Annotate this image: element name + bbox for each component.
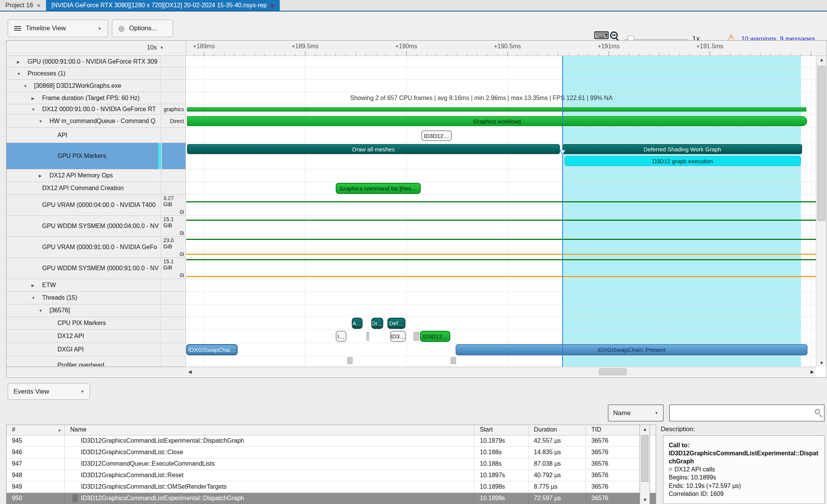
track-hw-command-queue[interactable]: Graphics workload <box>186 115 816 128</box>
timeline-row-etw[interactable]: ▶ETW <box>7 279 816 292</box>
tree-cell-process-30868[interactable]: ▼[30868] D3D12WorkGraphs.exe <box>7 80 161 92</box>
timeline-event-mark[interactable] <box>186 220 816 221</box>
track-etw[interactable] <box>186 279 816 292</box>
timeline-event-bar[interactable]: IDXGISwapChain::Present <box>456 344 807 355</box>
chevron-down-icon[interactable]: ▼ <box>160 46 164 50</box>
track-gpu-pix-markers[interactable]: Draw all meshesDeferred Shading Work Gra… <box>186 143 816 169</box>
track-dx12-memory-ops[interactable] <box>186 169 816 182</box>
close-icon[interactable]: × <box>271 2 274 9</box>
timeline-event-mark[interactable] <box>186 259 816 260</box>
tree-cell-hw-command-queue[interactable]: ▼HW m_commandQueue - Command Q <box>7 115 161 128</box>
timeline-event-mark[interactable] <box>451 357 456 364</box>
timeline-row-process-30868[interactable]: ▼[30868] D3D12WorkGraphs.exe <box>7 80 816 92</box>
timeline-row-gpu-wddm-sysmem-t400[interactable]: GPU WDDM SYSMEM (0000:04:00.0 - NV15.1 G… <box>7 216 816 237</box>
tree-cell-dxgi-api[interactable]: DXGI API <box>7 343 161 356</box>
timeline-row-gpu-vram-t400[interactable]: GPU VRAM (0000:04:00.0 - NVIDIA T4003.27… <box>7 195 816 216</box>
collapse-arrow-icon[interactable]: ▼ <box>23 84 27 88</box>
event-row[interactable]: 949ID3D12GraphicsCommandList::OMSetRende… <box>7 481 656 493</box>
timeline-row-frame-duration[interactable]: ▶Frame duration (Target FPS: 60 Hz)Showi… <box>7 92 816 104</box>
filter-field-dropdown[interactable]: Name ▼ <box>608 404 664 422</box>
track-api[interactable]: ID3D12… <box>186 128 816 143</box>
timeline-event-mark[interactable] <box>186 254 816 255</box>
timeline-event-bar[interactable]: IDXGISwapChai… <box>186 344 238 355</box>
timeline-horizontal-scrollbar[interactable]: ◀ ▶ <box>186 367 816 376</box>
timeline-event-bar[interactable]: I… <box>336 331 346 342</box>
options-button[interactable]: ◎ Options... <box>112 20 173 37</box>
collapse-arrow-icon[interactable]: ▼ <box>39 119 43 123</box>
timeline-row-cpu-pix-markers[interactable]: CPU PIX MarkersA…Dr…Def… <box>7 317 816 330</box>
expand-arrow-icon[interactable]: ▶ <box>31 283 34 287</box>
tree-cell-etw[interactable]: ▶ETW <box>7 279 161 292</box>
tree-cell-gpu-root[interactable]: ▶GPU (0000:91:00.0 - NVIDIA GeForce RTX … <box>7 56 161 67</box>
timeline-view-dropdown[interactable]: Timeline View ▼ <box>8 20 108 37</box>
track-gpu-root[interactable] <box>186 56 816 67</box>
timeline-event-mark[interactable] <box>366 332 369 341</box>
track-gpu-vram-t400[interactable] <box>186 195 816 216</box>
tree-cell-threads[interactable]: ▼Threads (15) <box>7 292 161 304</box>
collapse-arrow-icon[interactable]: ▼ <box>17 71 21 76</box>
tree-cell-gpu-wddm-sysmem-3090[interactable]: GPU WDDM SYSMEM (0000:91:00.0 - NV <box>7 258 161 279</box>
column-header-num[interactable]: #▲ <box>7 425 65 435</box>
track-cpu-pix-markers[interactable]: A…Dr…Def… <box>186 317 816 330</box>
column-header-name[interactable]: Name <box>65 425 474 435</box>
timeline-row-gpu-wddm-sysmem-3090[interactable]: GPU WDDM SYSMEM (0000:91:00.0 - NV15.1 G… <box>7 258 816 279</box>
timeline-event-bar[interactable]: D3D12 graph execution <box>564 156 801 166</box>
track-process-30868[interactable] <box>186 80 816 92</box>
scroll-down-icon[interactable]: ▼ <box>819 360 824 366</box>
track-dx12-device[interactable] <box>186 104 816 115</box>
track-dx12-command-creation[interactable]: Graphics command list [Res… <box>186 182 816 195</box>
track-profiler-overhead[interactable] <box>186 356 816 367</box>
track-thread-36576[interactable] <box>186 304 816 317</box>
scroll-down-icon[interactable]: ▼ <box>643 497 647 502</box>
timeline-row-profiler-overhead[interactable]: Profiler overhead <box>7 356 816 367</box>
expand-arrow-icon[interactable]: ▶ <box>17 59 20 64</box>
timeline-vertical-scrollbar[interactable]: ▲ ▼ <box>816 56 827 367</box>
column-header-tid[interactable]: TID <box>586 425 646 435</box>
scrollbar-thumb[interactable] <box>817 66 825 221</box>
timeline-row-thread-36576[interactable]: ▼[36576] <box>7 304 816 317</box>
events-view-dropdown[interactable]: Events View ▼ <box>8 383 90 400</box>
timeline-row-processes[interactable]: ▼Processes (1) <box>7 67 816 80</box>
column-header-start[interactable]: Start <box>474 425 528 435</box>
event-row[interactable]: 946ID3D12GraphicsCommandList::Close10.18… <box>7 447 656 458</box>
tree-cell-cpu-pix-markers[interactable]: CPU PIX Markers <box>7 317 161 330</box>
scroll-left-icon[interactable]: ◀ <box>188 369 192 374</box>
tree-cell-dx12-memory-ops[interactable]: ▶DX12 API Memory Ops <box>7 169 161 182</box>
tree-cell-profiler-overhead[interactable]: Profiler overhead <box>7 356 161 367</box>
timeline-event-mark[interactable] <box>347 357 353 364</box>
ruler-range-cell[interactable]: 10s ▼ <box>7 41 186 56</box>
timeline-row-dx12-api-thread[interactable]: DX12 APII…ID3…ID3D12… <box>7 330 816 343</box>
event-row[interactable]: 950ID3D12GraphicsCommandListExperimental… <box>7 493 656 504</box>
tree-cell-frame-duration[interactable]: ▶Frame duration (Target FPS: 60 Hz) <box>7 92 161 104</box>
timeline-row-gpu-pix-markers[interactable]: GPU PIX MarkersDraw all meshesDeferred S… <box>7 143 816 169</box>
collapse-arrow-icon[interactable]: ▼ <box>31 296 35 300</box>
timeline-event-mark[interactable] <box>187 107 806 112</box>
tree-cell-gpu-pix-markers[interactable]: GPU PIX Markers <box>7 143 161 169</box>
timeline-event-mark[interactable] <box>186 201 816 202</box>
column-header-duration[interactable]: Duration <box>528 425 586 435</box>
tab-project[interactable]: Project 16 × <box>0 0 46 11</box>
timeline-event-bar[interactable]: A… <box>352 318 363 329</box>
timeline-row-dx12-device[interactable]: ▼DX12 0000:91:00.0 - NVIDIA GeForce RTgr… <box>7 104 816 115</box>
track-gpu-vram-3090[interactable] <box>186 237 816 258</box>
timeline-event-bar[interactable]: Dr… <box>371 318 383 329</box>
timeline-row-dx12-command-creation[interactable]: DX12 API Command CreationGraphics comman… <box>7 182 816 195</box>
expand-arrow-icon[interactable]: ▶ <box>39 174 42 178</box>
timeline-row-api[interactable]: APIID3D12… <box>7 128 816 143</box>
track-processes[interactable] <box>186 67 816 80</box>
timeline-row-hw-command-queue[interactable]: ▼HW m_commandQueue - Command QDirectGrap… <box>7 115 816 128</box>
timeline-event-mark[interactable] <box>414 332 419 341</box>
timeline-event-mark[interactable] <box>186 276 816 277</box>
events-vertical-scrollbar[interactable]: ▲ ▼ <box>640 425 650 504</box>
track-gpu-wddm-sysmem-t400[interactable] <box>186 216 816 237</box>
scroll-right-icon[interactable]: ▶ <box>811 369 814 374</box>
timeline-row-threads[interactable]: ▼Threads (15) <box>7 292 816 304</box>
expand-arrow-icon[interactable]: ▶ <box>31 96 34 100</box>
track-dx12-api-thread[interactable]: I…ID3…ID3D12… <box>186 330 816 343</box>
collapse-arrow-icon[interactable]: ▼ <box>31 107 35 112</box>
timeline-event-bar[interactable]: Graphics workload <box>187 116 807 126</box>
tree-cell-gpu-wddm-sysmem-t400[interactable]: GPU WDDM SYSMEM (0000:04:00.0 - NV <box>7 216 161 237</box>
tab-report[interactable]: [NVIDIA GeForce RTX 3090][1280 x 720][DX… <box>46 0 280 11</box>
timeline-event-bar[interactable]: Draw all meshes <box>187 144 560 154</box>
tree-cell-dx12-command-creation[interactable]: DX12 API Command Creation <box>7 182 161 195</box>
